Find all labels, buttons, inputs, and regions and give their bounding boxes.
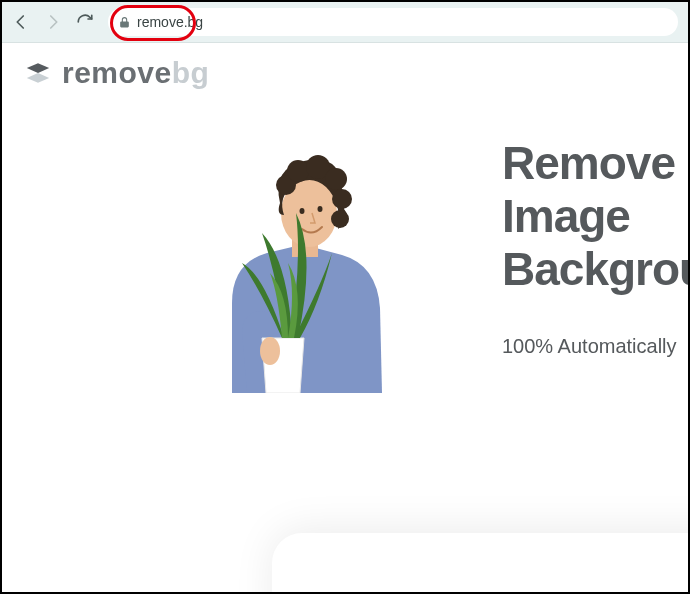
hero-image bbox=[192, 143, 412, 393]
svg-point-7 bbox=[325, 168, 347, 190]
forward-button[interactable] bbox=[44, 13, 62, 31]
browser-toolbar: remove.bg bbox=[2, 2, 688, 43]
back-button[interactable] bbox=[12, 13, 30, 31]
lock-icon bbox=[118, 16, 131, 29]
browser-window: remove.bg removebg bbox=[0, 0, 690, 594]
svg-point-5 bbox=[287, 160, 309, 182]
site-header: removebg bbox=[2, 43, 688, 103]
logo-text-bg: bg bbox=[172, 56, 210, 89]
logo-icon bbox=[24, 59, 52, 87]
reload-button[interactable] bbox=[76, 13, 94, 31]
svg-point-10 bbox=[300, 208, 305, 214]
address-bar[interactable]: remove.bg bbox=[108, 8, 678, 36]
svg-point-11 bbox=[318, 206, 323, 212]
logo-text-remove: remove bbox=[62, 56, 172, 89]
svg-marker-1 bbox=[27, 63, 49, 73]
address-bar-url: remove.bg bbox=[137, 14, 203, 30]
svg-point-8 bbox=[332, 189, 352, 209]
upload-card[interactable] bbox=[272, 533, 690, 594]
logo-wordmark: removebg bbox=[62, 56, 209, 90]
hero-subhead: 100% Automatically bbox=[502, 335, 677, 358]
svg-point-12 bbox=[260, 337, 280, 365]
page-content: Remove Image Background 100% Automatical… bbox=[2, 103, 688, 593]
hero-headline: Remove Image Background bbox=[502, 137, 688, 296]
svg-marker-0 bbox=[27, 73, 49, 83]
svg-point-9 bbox=[331, 210, 349, 228]
